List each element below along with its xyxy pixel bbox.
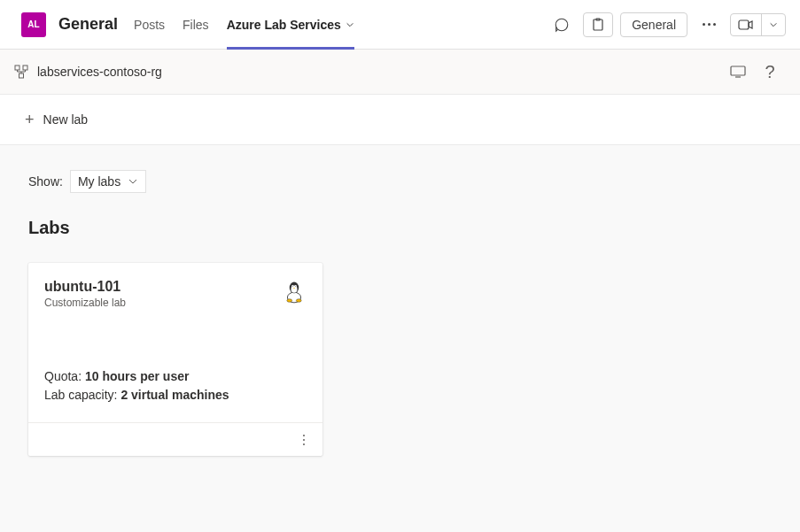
tab-azure-lab-services[interactable]: Azure Lab Services (227, 0, 354, 49)
screen-icon[interactable] (722, 56, 754, 88)
lab-card[interactable]: ubuntu-101 Customizable lab Quota: 10 ho… (28, 263, 322, 456)
svg-rect-5 (23, 66, 27, 70)
svg-rect-3 (739, 20, 749, 29)
svg-point-0 (555, 19, 568, 31)
general-button-label: General (632, 18, 676, 32)
svg-rect-4 (15, 66, 19, 70)
help-icon[interactable]: ? (754, 56, 786, 88)
app-avatar: AL (21, 12, 46, 37)
subheader: labservices-contoso-rg ? (0, 50, 800, 95)
lab-capacity-value: 2 virtual machines (120, 388, 229, 402)
section-title: Labs (28, 218, 772, 238)
channel-name: General (58, 15, 118, 34)
linux-icon (282, 279, 307, 304)
video-call-button[interactable] (731, 14, 762, 35)
tabs: Posts Files Azure Lab Services (134, 0, 354, 49)
filter-value: My labs (78, 174, 120, 189)
more-options-icon[interactable] (695, 11, 723, 39)
lab-capacity: Lab capacity: 2 virtual machines (44, 386, 307, 405)
lab-quota-label: Quota: (44, 369, 85, 383)
resource-group-name: labservices-contoso-rg (37, 65, 162, 79)
svg-rect-6 (19, 73, 24, 78)
new-lab-label: New lab (43, 112, 89, 127)
lab-name: ubuntu-101 (44, 279, 126, 295)
resource-group[interactable]: labservices-contoso-rg (14, 65, 162, 79)
chat-icon[interactable] (548, 11, 576, 39)
svg-rect-1 (594, 19, 602, 30)
resource-group-icon (14, 65, 28, 79)
meet-button-group (730, 13, 786, 36)
svg-rect-7 (731, 66, 745, 75)
chevron-down-icon (346, 20, 354, 29)
content: Show: My labs Labs ubuntu-101 Customizab… (0, 145, 800, 481)
general-button[interactable]: General (620, 12, 687, 37)
lab-quota: Quota: 10 hours per user (44, 367, 307, 386)
plus-icon: + (25, 111, 35, 129)
tab-posts[interactable]: Posts (134, 0, 165, 49)
lab-subtitle: Customizable lab (44, 297, 126, 309)
chevron-down-icon (128, 176, 138, 187)
filter-dropdown[interactable]: My labs (70, 170, 146, 193)
toolbar: + New lab (0, 95, 800, 145)
svg-point-14 (292, 286, 293, 287)
clipboard-icon[interactable] (583, 12, 613, 37)
svg-point-17 (296, 299, 301, 303)
app-header: AL General Posts Files Azure Lab Service… (0, 0, 800, 50)
svg-point-15 (295, 286, 296, 287)
filter-row: Show: My labs (28, 170, 772, 193)
svg-point-16 (287, 299, 292, 303)
header-actions: General (548, 11, 786, 39)
lab-quota-value: 10 hours per user (85, 369, 190, 383)
tab-azure-label: Azure Lab Services (227, 18, 341, 32)
lab-more-menu[interactable] (298, 429, 310, 451)
filter-label: Show: (28, 174, 63, 189)
video-call-dropdown[interactable] (762, 14, 785, 35)
lab-capacity-label: Lab capacity: (44, 388, 120, 402)
tab-files[interactable]: Files (183, 0, 209, 49)
new-lab-button[interactable]: + New lab (25, 111, 88, 129)
